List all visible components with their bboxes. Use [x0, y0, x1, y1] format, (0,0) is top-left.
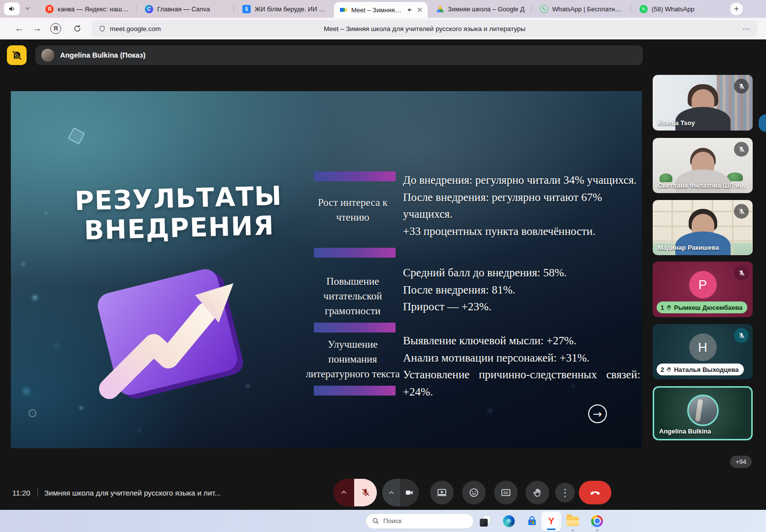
running-app-dot: [571, 530, 574, 531]
participant-tile[interactable]: Мадинар Ракишева: [653, 200, 753, 255]
reactions-button[interactable]: [462, 481, 486, 504]
search-input[interactable]: [383, 517, 457, 525]
taskbar-search[interactable]: [366, 513, 474, 529]
tab-canva[interactable]: C Главная — Canva: [140, 0, 233, 18]
more-menu-icon[interactable]: ⋯: [742, 24, 751, 33]
captions-button[interactable]: CC: [494, 481, 518, 504]
growth-arrow-graphic: [79, 238, 262, 407]
tab-audio-button[interactable]: [4, 2, 20, 15]
slide-title: РЕЗУЛЬТАТЫ ВНЕДРЕНИЯ: [68, 181, 290, 245]
back-icon[interactable]: ←: [13, 22, 26, 35]
shared-presentation: РЕЗУЛЬТАТЫ ВНЕДРЕНИЯ: [11, 91, 642, 448]
yandex-browser-icon: Y: [545, 515, 558, 528]
raised-hand-icon: [666, 304, 672, 310]
building-off-icon: [11, 49, 23, 61]
participant-name: Рымкеш Дюсембаева: [674, 304, 742, 311]
participant-tile[interactable]: Светлана Филатова ШЛ им....: [653, 138, 753, 193]
microsoft-store-icon[interactable]: [526, 515, 538, 527]
file-explorer-icon[interactable]: [566, 516, 579, 526]
tab-yandex-search[interactable]: Я канва — Яндекс: нашлась: [40, 0, 135, 18]
refresh-icon[interactable]: [71, 22, 84, 35]
present-screen-button[interactable]: [430, 481, 454, 504]
mic-muted-button[interactable]: [354, 479, 377, 506]
presenter-name: Angelina Bulkina (Показ): [60, 51, 145, 59]
gradient-bar: [314, 386, 396, 396]
mic-off-icon: [734, 266, 749, 280]
tab-title: ЖИ білім беруде. ИИ в об: [255, 5, 328, 13]
forward-icon[interactable]: →: [31, 22, 43, 35]
participant-name: Angelina Bulkina: [659, 428, 711, 435]
person-silhouette: [675, 232, 731, 255]
task-view-front-square: [480, 519, 488, 527]
start-button[interactable]: [348, 515, 360, 527]
raise-hand-button[interactable]: [526, 481, 549, 504]
new-tab-button[interactable]: +: [730, 2, 743, 15]
slides-favicon: 5: [242, 5, 251, 13]
page-title: Meet – Зимняя школа для учителей русског…: [92, 25, 758, 33]
camera-options-chevron[interactable]: [382, 479, 400, 506]
browser-tab-bar: Я канва — Яндекс: нашлась C Главная — Ca…: [0, 0, 766, 18]
tab-whatsapp[interactable]: (58) WhatsApp: [634, 0, 718, 18]
edge-icon[interactable]: [503, 515, 515, 527]
chrome-icon[interactable]: [591, 515, 603, 527]
tab-slides[interactable]: 5 ЖИ білім беруде. ИИ в об: [237, 0, 333, 18]
participant-tile[interactable]: Ksenia Tsoy: [653, 75, 753, 131]
block-label: Улучшение понимания литературного текста: [302, 337, 403, 381]
meet-stage: Angelina Bulkina (Показ) РЕЗУЛЬТАТЫ ВНЕД…: [0, 39, 766, 510]
mic-off-icon: [734, 328, 749, 343]
hand-raised-badge: 2 Наталья Выходцева: [657, 364, 744, 375]
more-participants-badge[interactable]: +94: [730, 456, 752, 468]
slide-next-arrow: →: [588, 404, 607, 423]
pin-decoration: [29, 409, 36, 417]
canva-favicon: C: [145, 5, 153, 13]
task-view-button[interactable]: [479, 515, 491, 527]
participant-name: Светлана Филатова ШЛ им....: [658, 182, 746, 189]
presenter-banner[interactable]: Angelina Bulkina (Показ): [35, 45, 643, 65]
meeting-name: Зимняя школа для учителей русского языка…: [44, 489, 221, 497]
chevron-down-icon[interactable]: [23, 3, 33, 13]
active-app-indicator: [547, 529, 556, 530]
raised-hand-icon: [666, 366, 672, 372]
mic-off-icon: [734, 79, 749, 94]
svg-text:CC: CC: [503, 491, 508, 495]
tab-meet-active[interactable]: Meet – Зимняя школ: [334, 2, 428, 18]
camera-button[interactable]: [400, 479, 419, 506]
url-bar[interactable]: meet.google.com Meet – Зимняя школа для …: [92, 20, 758, 37]
more-options-button[interactable]: ⋮: [555, 483, 575, 502]
block-label: Повышение читательской грамотности: [302, 274, 403, 318]
mic-off-icon: [734, 142, 749, 157]
participant-tile-active-speaker[interactable]: Angelina Bulkina: [653, 386, 753, 440]
side-panel-handle[interactable]: [759, 114, 766, 132]
clock-text: 11:20: [12, 489, 30, 497]
yandex-browser-taskbar-icon[interactable]: Y: [541, 511, 561, 531]
tab-whatsapp-web[interactable]: WhatsApp | Бесплатный з: [535, 0, 630, 18]
block-label: Рост интереса к чтению: [302, 196, 403, 225]
tab-title: Главная — Canva: [157, 5, 228, 13]
end-call-button[interactable]: [579, 481, 611, 504]
screen: Я канва — Яндекс: нашлась C Главная — Ca…: [0, 0, 766, 532]
running-app-dot: [596, 530, 599, 531]
participant-tile[interactable]: H 2 Наталья Выходцева: [653, 324, 753, 379]
tab-title: (58) WhatsApp: [652, 5, 713, 13]
gradient-bar: [314, 323, 396, 332]
tab-separator: [531, 5, 532, 13]
mic-off-icon: [734, 204, 749, 219]
hand-raise-order: 1: [661, 304, 664, 311]
divider: [37, 488, 38, 497]
block-text: До внедрения: регулярно читали 34% учащи…: [403, 172, 640, 240]
avatar: P: [689, 271, 717, 299]
close-icon[interactable]: [417, 7, 423, 13]
mic-options-chevron[interactable]: [333, 479, 354, 506]
search-icon: [372, 517, 379, 525]
yandex-button-icon[interactable]: Я: [50, 23, 61, 34]
camera-control-group: [382, 479, 419, 506]
participant-tile[interactable]: P 1 Рымкеш Дюсембаева: [653, 262, 753, 317]
hand-raised-badge: 1 Рымкеш Дюсембаева: [657, 301, 747, 313]
yellow-extension-button[interactable]: [7, 45, 27, 65]
tab-google-drive[interactable]: Зимняя школа – Google Д: [432, 0, 530, 18]
person-silhouette: [675, 169, 731, 193]
tab-title: канва — Яндекс: нашлась: [58, 5, 130, 13]
whatsapp-outline-favicon: [540, 5, 548, 13]
windows-taskbar: Y: [0, 510, 766, 532]
browser-address-bar: ← → Я meet.google.com Meet – Зимняя школ…: [0, 18, 766, 39]
